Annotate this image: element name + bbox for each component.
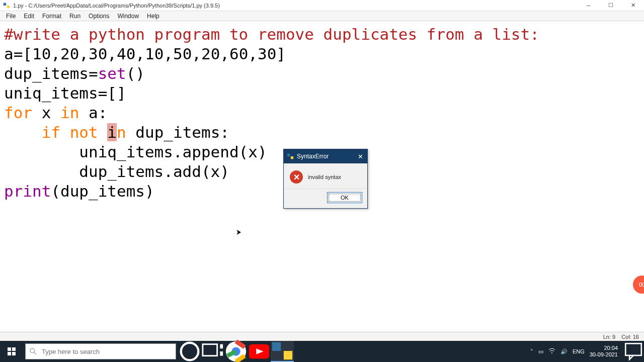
svg-rect-12 — [220, 344, 223, 349]
menu-options[interactable]: Options — [85, 12, 113, 21]
mouse-cursor-icon: ➤ — [236, 227, 241, 237]
idle-status-bar: Ln: 9 Col: 16 — [0, 332, 644, 341]
svg-rect-6 — [8, 352, 11, 355]
code-line-5: for x in a: — [4, 104, 107, 122]
menu-bar: File Edit Format Run Options Window Help — [0, 11, 644, 21]
svg-rect-13 — [220, 351, 223, 356]
svg-line-9 — [34, 352, 36, 354]
window-title: 1.py - C:/Users/Preet/AppData/Local/Prog… — [13, 3, 220, 9]
search-icon — [30, 348, 37, 355]
svg-rect-1 — [7, 6, 10, 8]
taskbar-search[interactable] — [25, 343, 176, 359]
svg-rect-2 — [287, 154, 290, 156]
code-line-8: dup_items.add(x) — [4, 162, 229, 180]
close-button[interactable]: ✕ — [622, 0, 644, 11]
menu-help[interactable]: Help — [143, 12, 164, 21]
start-button[interactable] — [0, 341, 23, 362]
taskbar-app-youtube[interactable] — [248, 341, 271, 362]
task-view-icon[interactable] — [201, 341, 224, 362]
svg-point-8 — [30, 348, 35, 353]
python-icon — [287, 153, 294, 160]
code-line-7: uniq_items.append(x) — [4, 143, 267, 161]
tray-volume-icon[interactable]: 🔊 — [560, 348, 568, 355]
dialog-title-text: SyntaxError — [297, 153, 329, 160]
code-line-1: #write a python program to remove duplic… — [4, 25, 539, 43]
menu-window[interactable]: Window — [113, 12, 143, 21]
svg-rect-21 — [625, 343, 641, 355]
title-bar: 1.py - C:/Users/Preet/AppData/Local/Prog… — [0, 0, 644, 11]
svg-rect-7 — [12, 352, 16, 355]
tray-wifi-icon[interactable] — [548, 348, 555, 355]
dialog-close-button[interactable]: ✕ — [353, 149, 367, 163]
syntax-error-dialog: SyntaxError ✕ ✕ invalid syntax OK — [283, 149, 368, 209]
system-tray[interactable]: ˄ ▭ 🔊 ENG 20:04 30-09-2021 — [525, 345, 623, 358]
svg-rect-3 — [291, 156, 293, 159]
svg-rect-11 — [203, 344, 217, 356]
code-line-4: uniq_items=[] — [4, 84, 126, 102]
code-line-3: dup_items=set() — [4, 64, 145, 82]
dialog-ok-button[interactable]: OK — [327, 192, 362, 203]
tray-clock[interactable]: 20:04 30-09-2021 — [590, 345, 618, 358]
svg-point-20 — [551, 352, 552, 353]
svg-rect-4 — [8, 347, 11, 351]
minimize-button[interactable]: ─ — [578, 0, 600, 11]
code-line-9: print(dup_items) — [4, 182, 154, 200]
menu-file[interactable]: File — [2, 12, 20, 21]
taskbar: ˄ ▭ 🔊 ENG 20:04 30-09-2021 — [0, 341, 644, 362]
search-input[interactable] — [42, 348, 172, 355]
svg-rect-5 — [12, 347, 16, 351]
tray-battery-icon[interactable]: ▭ — [538, 348, 543, 355]
code-line-6: if not in dup_items: — [4, 123, 229, 141]
cortana-icon[interactable] — [178, 341, 201, 362]
syntax-error-highlight: i — [107, 123, 117, 141]
dialog-title-bar[interactable]: SyntaxError ✕ — [284, 149, 367, 163]
svg-rect-19 — [284, 351, 292, 359]
error-icon: ✕ — [290, 170, 303, 184]
tray-language[interactable]: ENG — [573, 348, 585, 354]
tray-chevron-icon[interactable]: ˄ — [530, 348, 533, 355]
code-line-2: a=[10,20,30,40,10,50,20,60,30] — [4, 45, 286, 63]
taskbar-app-idle[interactable] — [271, 341, 294, 362]
taskbar-app-chrome[interactable] — [224, 341, 248, 362]
action-center-icon[interactable] — [623, 341, 644, 362]
menu-run[interactable]: Run — [65, 12, 85, 21]
maximize-button[interactable]: ☐ — [600, 0, 622, 11]
svg-rect-18 — [272, 342, 281, 351]
svg-rect-0 — [4, 3, 6, 5]
windows-icon — [8, 347, 16, 355]
menu-edit[interactable]: Edit — [20, 12, 38, 21]
menu-format[interactable]: Format — [38, 12, 65, 21]
idle-icon — [3, 2, 10, 9]
dialog-message: invalid syntax — [308, 174, 341, 180]
svg-point-10 — [181, 343, 199, 360]
